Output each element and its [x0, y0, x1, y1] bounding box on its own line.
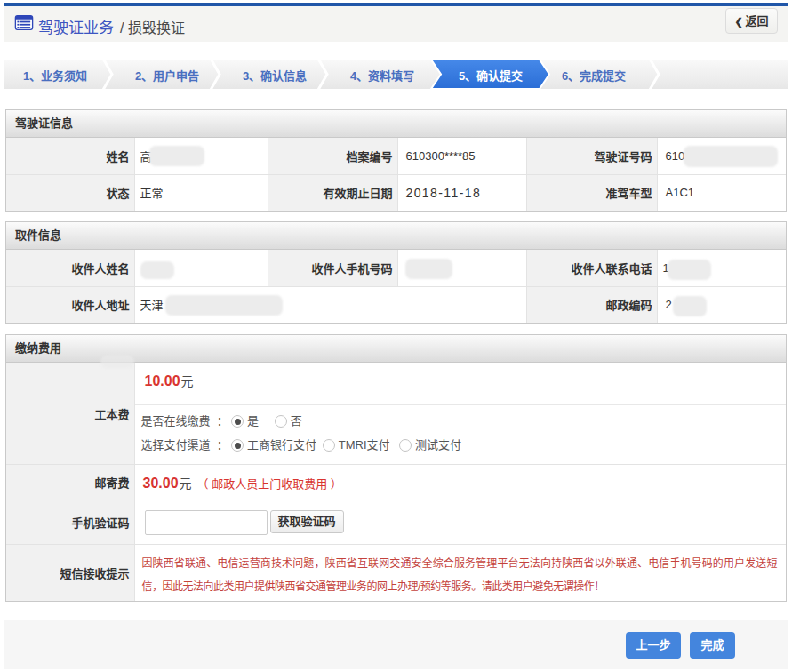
- svg-text:5、确认提交: 5、确认提交: [459, 69, 523, 83]
- svg-text:4、资料填写: 4、资料填写: [350, 69, 414, 83]
- svg-text:3、确认信息: 3、确认信息: [243, 69, 307, 83]
- svg-text:1、业务须知: 1、业务须知: [23, 69, 87, 83]
- svg-text:6、完成提交: 6、完成提交: [562, 69, 626, 83]
- svg-text:2、用户申告: 2、用户申告: [135, 69, 199, 83]
